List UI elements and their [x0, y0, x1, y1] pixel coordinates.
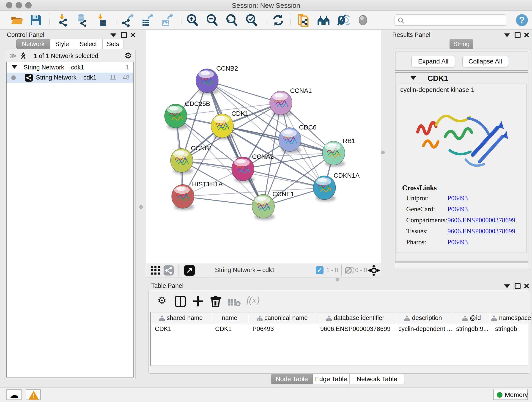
tab-select[interactable]: Select [74, 39, 102, 49]
table-cell[interactable]: stringdb:9... [452, 324, 491, 334]
control-panel-float-button[interactable] [121, 32, 127, 38]
table-cell[interactable]: cyclin-dependent ... [394, 324, 452, 334]
open-folder-icon[interactable] [11, 14, 23, 27]
network-node-ccna1[interactable] [270, 91, 292, 117]
clone-network-icon[interactable] [297, 14, 310, 27]
network-collection-row[interactable]: String Network – cdk1 1 [7, 63, 133, 73]
table-panel-menu-caret-icon[interactable] [504, 284, 510, 288]
table-cell[interactable]: CDK1 [211, 324, 248, 334]
table-cell[interactable]: CDK1 [151, 324, 211, 334]
expand-all-button[interactable]: Expand All [412, 56, 455, 67]
column-header--id[interactable]: @id [452, 313, 491, 323]
zoom-in-icon[interactable] [186, 14, 199, 27]
column-header-name[interactable]: name [211, 313, 248, 323]
column-header-database-identifier[interactable]: database identifier [316, 313, 394, 323]
export-network-icon[interactable] [121, 14, 134, 27]
table-panel-float-button[interactable] [515, 283, 520, 289]
table-panel-close-button[interactable]: ✕ [523, 283, 530, 289]
network-node-hist1h1a[interactable] [172, 185, 194, 210]
network-graph[interactable]: CCNB2CCNA1CDC25BCDK1CDC6RB1CCNB1CCNA2CDK… [146, 30, 381, 263]
birdseye-toggle-icon[interactable] [184, 265, 195, 276]
right-splitter-handle[interactable] [381, 151, 385, 154]
network-node-ccnb2[interactable] [196, 69, 219, 95]
network-node-cdc25b[interactable] [165, 104, 187, 130]
tab-string[interactable]: String [450, 39, 473, 50]
collapse-all-icon[interactable]: ≫ [9, 51, 17, 60]
crosslink-link[interactable]: 9606.ENSP00000378699 [447, 216, 515, 224]
memory-status-dot-icon [497, 392, 502, 398]
expand-collapse-bar: Expand All Collapse All [395, 51, 528, 71]
warnings-button[interactable]: ! [26, 389, 41, 400]
results-panel-float-button[interactable] [515, 32, 520, 38]
table-cell[interactable]: 9606.ENSP00000378699 [316, 324, 394, 334]
refresh-icon[interactable] [272, 14, 285, 27]
table-settings-gear-icon[interactable]: ⚙ [157, 296, 166, 305]
network-node-rb1[interactable] [322, 141, 345, 167]
expand-all-icon[interactable]: ≫ [19, 52, 27, 59]
column-header-description[interactable]: description [394, 313, 452, 323]
node-table: shared namenamecanonical namedatabase id… [150, 312, 528, 366]
bottom-splitter-handle[interactable] [336, 278, 339, 281]
save-icon[interactable] [29, 14, 42, 27]
network-node-ccna2[interactable] [232, 157, 254, 183]
table-cell[interactable]: P06493 [248, 324, 316, 334]
zoom-fit-icon[interactable] [225, 14, 238, 27]
memory-button[interactable]: Memory [493, 389, 528, 400]
grid-view-icon[interactable] [151, 266, 160, 275]
crosslink-link[interactable]: P06493 [447, 194, 468, 202]
network-node-cdc6[interactable] [279, 128, 301, 153]
export-image-icon[interactable] [160, 14, 173, 27]
fit-content-crosshair-icon[interactable] [368, 264, 380, 276]
collapse-all-button[interactable]: Collapse All [462, 56, 508, 67]
network-canvas[interactable]: CCNB2CCNA1CDC25BCDK1CDC6RB1CCNB1CCNA2CDK… [146, 30, 381, 263]
selected-nodes-checkbox[interactable]: ✓ [316, 266, 323, 274]
tab-network-table[interactable]: Network Table [349, 374, 404, 384]
tab-style[interactable]: Style [50, 39, 74, 49]
crosslink-link[interactable]: P06493 [447, 205, 468, 213]
grayscale-icon[interactable] [356, 14, 369, 27]
network-view-icon[interactable] [164, 265, 174, 275]
crosslink-link[interactable]: 9606.ENSP00000378699 [447, 227, 515, 235]
column-header-namespace[interactable]: namespace [491, 313, 532, 323]
crosslink-link[interactable]: P06493 [447, 238, 468, 246]
results-panel-close-button[interactable]: ✕ [523, 32, 530, 38]
tab-edge-table[interactable]: Edge Table [313, 374, 349, 384]
hidden-eye-icon[interactable] [344, 267, 354, 274]
protein-section-header[interactable]: CDK1 [395, 73, 528, 83]
zoom-selected-icon[interactable] [245, 14, 258, 27]
cloud-button[interactable]: ☁ [6, 389, 22, 400]
control-panel-close-button[interactable]: ✕ [130, 32, 136, 38]
help-icon[interactable]: ? [515, 14, 528, 27]
tab-network[interactable]: Network [16, 39, 50, 49]
column-header-shared-name[interactable]: shared name [151, 313, 211, 323]
network-selected-status: 1 of 1 Network selected [34, 52, 98, 60]
results-scrollbar[interactable] [395, 262, 528, 268]
network-node-cdk1[interactable] [211, 114, 234, 140]
gear-icon[interactable]: ⚙ [124, 51, 132, 60]
network-row-selected[interactable]: String Network – cdk1 11 48 [7, 73, 133, 83]
hide-selected-icon[interactable] [337, 14, 350, 27]
selected-count: 1 - 0 [326, 267, 338, 274]
export-table-icon[interactable] [141, 14, 153, 27]
left-splitter-handle[interactable] [139, 205, 143, 209]
show-columns-icon[interactable] [175, 296, 186, 307]
import-database-icon[interactable] [76, 14, 89, 27]
zoom-out-icon[interactable] [206, 14, 219, 27]
import-network-icon[interactable] [56, 14, 69, 27]
add-column-icon[interactable] [193, 296, 204, 307]
search-input[interactable] [407, 16, 503, 25]
results-panel-menu-caret-icon[interactable] [504, 33, 510, 37]
tree-expand-caret-icon[interactable] [12, 65, 17, 69]
control-panel-menu-caret-icon[interactable] [110, 33, 116, 37]
import-table-icon[interactable] [95, 14, 108, 27]
table-cell[interactable]: stringdb [491, 324, 532, 334]
column-header-canonical-name[interactable]: canonical name [248, 313, 316, 323]
network-node-ccnb1[interactable] [171, 148, 193, 174]
show-all-icon[interactable] [317, 14, 330, 27]
network-node-ccne1[interactable] [252, 194, 275, 220]
delete-column-trash-icon[interactable] [210, 295, 221, 307]
section-collapse-caret-icon[interactable] [410, 76, 417, 80]
tab-node-table[interactable]: Node Table [271, 374, 313, 384]
network-node-cdkn1a[interactable] [313, 176, 336, 201]
tab-sets[interactable]: Sets [102, 39, 123, 49]
